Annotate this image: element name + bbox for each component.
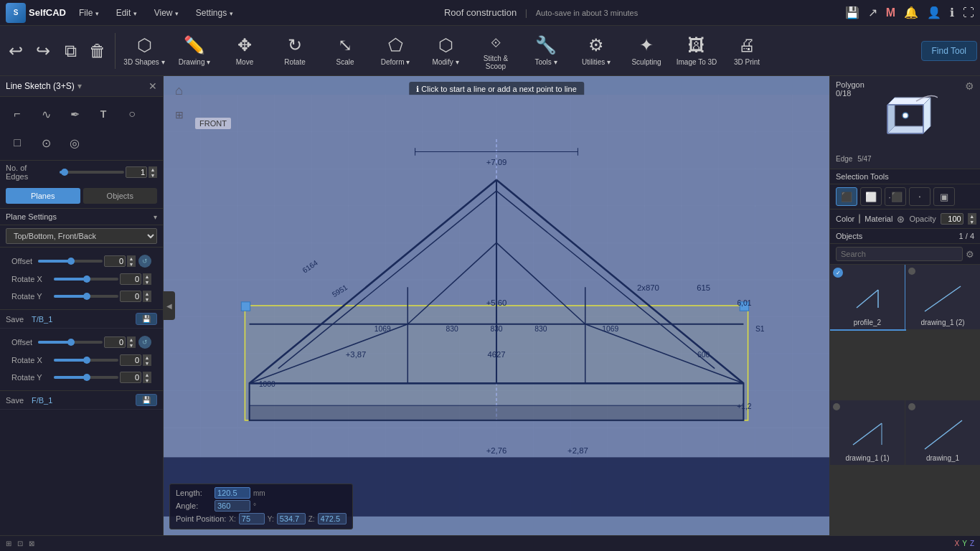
rotatey-2-down[interactable]: ▼ <box>143 377 151 383</box>
z-input[interactable] <box>318 513 347 524</box>
rotatey-1-input[interactable] <box>120 291 141 302</box>
measure-toggle[interactable]: ⊠ <box>29 540 34 547</box>
offset-2-up[interactable]: ▲ <box>127 336 136 342</box>
length-input[interactable] <box>215 487 250 499</box>
rotatex-1-slider[interactable] <box>54 274 118 284</box>
menu-edit[interactable]: Edit ▾ <box>112 6 141 19</box>
sel-face-icon[interactable]: ▣ <box>933 187 955 206</box>
offset-2-input[interactable] <box>104 336 126 348</box>
save-2-button[interactable]: 💾 <box>136 394 157 406</box>
sketch-tool-circle[interactable]: ○ <box>119 101 145 127</box>
panel-dropdown-arrow[interactable]: ▾ <box>77 81 82 91</box>
bell-icon[interactable]: 🔔 <box>904 6 918 19</box>
opacity-down[interactable]: ▼ <box>968 219 976 225</box>
tab-planes[interactable]: Planes <box>6 188 80 204</box>
tool-redo[interactable]: ↪ <box>30 28 56 74</box>
panel-close-button[interactable]: ✕ <box>149 80 157 92</box>
tool-undo[interactable]: ↩ <box>3 28 29 74</box>
object-thumb-drawing12[interactable]: drawing_1 (2) <box>905 265 980 329</box>
tool-rotate[interactable]: ↻ Rotate <box>270 28 319 74</box>
rotatey-2-slider[interactable] <box>54 372 118 382</box>
tool-image-to-3d[interactable]: 🖼 Image To 3D <box>672 28 721 74</box>
search-settings-icon[interactable]: ⚙ <box>966 249 974 260</box>
tool-utilities[interactable]: ⚙ Utilities ▾ <box>572 28 621 74</box>
num-edges-up[interactable]: ▲ <box>149 166 157 172</box>
rotatey-1-up[interactable]: ▲ <box>143 291 151 296</box>
collapse-panel-button[interactable]: ◀ <box>164 291 175 320</box>
tool-3d-print[interactable]: 🖨 3D Print <box>722 28 771 74</box>
rotatex-2-input[interactable] <box>120 354 141 366</box>
num-edges-slider[interactable] <box>60 167 124 177</box>
rotatey-1-down[interactable]: ▼ <box>143 296 151 302</box>
search-input[interactable] <box>836 247 963 261</box>
menu-file[interactable]: File ▾ <box>75 6 103 19</box>
sketch-tool-polyline[interactable]: ⌐ <box>4 101 30 127</box>
canvas-area[interactable]: ℹ Click to start a line or add a next po… <box>164 76 829 535</box>
sketch-tool-square[interactable]: □ <box>4 130 30 156</box>
save-1-button[interactable]: 💾 <box>136 313 157 325</box>
share-icon[interactable]: ↗ <box>868 6 877 19</box>
info-icon[interactable]: ℹ <box>950 6 954 19</box>
offset-1-reset[interactable]: ↺ <box>138 255 151 268</box>
tool-deform[interactable]: ⬠ Deform ▾ <box>371 28 420 74</box>
y-input[interactable] <box>277 513 306 524</box>
sketch-tool-curve[interactable]: ∿ <box>33 101 59 127</box>
grid-toggle[interactable]: ⊞ <box>6 540 11 547</box>
find-tool-button[interactable]: Find Tool <box>921 41 977 61</box>
object-thumb-drawing11[interactable]: drawing_1 (1) <box>830 400 905 465</box>
tool-tools[interactable]: 🔧 Tools ▾ <box>522 28 570 74</box>
rotatey-2-up[interactable]: ▲ <box>143 372 151 377</box>
rotatey-1-slider[interactable] <box>54 291 118 301</box>
viewport-settings-icon[interactable]: ⚙ <box>965 80 974 92</box>
rotatex-2-slider[interactable] <box>54 355 118 365</box>
offset-2-slider[interactable] <box>38 337 103 347</box>
tool-3d-shapes[interactable]: ⬡ 3D Shapes ▾ <box>120 28 169 74</box>
rotatex-1-down[interactable]: ▼ <box>143 279 151 285</box>
rotatey-2-input[interactable] <box>120 372 141 383</box>
opacity-input[interactable] <box>941 213 963 225</box>
rotatex-1-input[interactable] <box>120 273 141 285</box>
offset-2-reset[interactable]: ↺ <box>138 336 151 349</box>
sel-vertex-icon[interactable]: ·⬛ <box>885 187 906 206</box>
tool-copy[interactable]: ⧉ <box>57 28 83 74</box>
menu-view[interactable]: View ▾ <box>150 6 183 19</box>
rotatex-1-up[interactable]: ▲ <box>143 273 151 279</box>
offset-1-input[interactable] <box>104 255 126 267</box>
sketch-tool-ellipse[interactable]: ⊙ <box>33 130 59 156</box>
tool-delete[interactable]: 🗑 <box>85 28 110 74</box>
sel-solid-icon[interactable]: ⬛ <box>836 187 857 206</box>
tool-stitch-scoop[interactable]: ⟐ Stitch & Scoop <box>471 28 520 74</box>
sketch-tool-pen[interactable]: ✒ <box>62 101 88 127</box>
sel-edge-icon[interactable]: ⬝ <box>909 187 930 206</box>
opacity-up[interactable]: ▲ <box>968 213 976 219</box>
tab-objects[interactable]: Objects <box>83 188 158 204</box>
num-edges-down[interactable]: ▼ <box>149 172 157 178</box>
offset-2-down[interactable]: ▼ <box>127 342 136 348</box>
object-thumb-profile2[interactable]: ✓ profile_2 <box>830 265 905 329</box>
offset-1-slider[interactable] <box>38 256 103 266</box>
m-icon[interactable]: M <box>886 6 895 19</box>
app-logo[interactable]: S SelfCAD <box>6 3 66 23</box>
tool-modify[interactable]: ⬡ Modify ▾ <box>421 28 470 74</box>
home-nav-icon[interactable]: ⌂ <box>175 83 183 98</box>
snap-toggle[interactable]: ⊡ <box>17 540 23 547</box>
tool-sculpting[interactable]: ✦ Sculpting <box>622 28 671 74</box>
tool-scale[interactable]: ⤡ Scale <box>321 28 369 74</box>
tool-move[interactable]: ✥ Move <box>220 28 269 74</box>
rotatex-2-up[interactable]: ▲ <box>143 354 151 360</box>
plane-settings-row[interactable]: Plane Settings ▾ <box>0 209 163 225</box>
sel-wireframe-icon[interactable]: ⬜ <box>860 187 882 206</box>
grid-icon[interactable]: ⊞ <box>175 109 184 121</box>
angle-input[interactable] <box>215 500 250 512</box>
offset-1-up[interactable]: ▲ <box>127 255 136 261</box>
sketch-tool-target[interactable]: ◎ <box>62 130 88 156</box>
object-thumb-drawing1[interactable]: drawing_1 <box>905 400 980 465</box>
save-cloud-icon[interactable]: 💾 <box>845 6 859 19</box>
menu-settings[interactable]: Settings ▾ <box>192 6 237 19</box>
fullscreen-icon[interactable]: ⛶ <box>963 6 974 19</box>
offset-1-down[interactable]: ▼ <box>127 261 136 267</box>
color-picker[interactable] <box>859 214 860 224</box>
user-icon[interactable]: 👤 <box>927 6 941 19</box>
sketch-tool-text[interactable]: T <box>90 101 116 127</box>
x-input[interactable] <box>239 513 265 524</box>
